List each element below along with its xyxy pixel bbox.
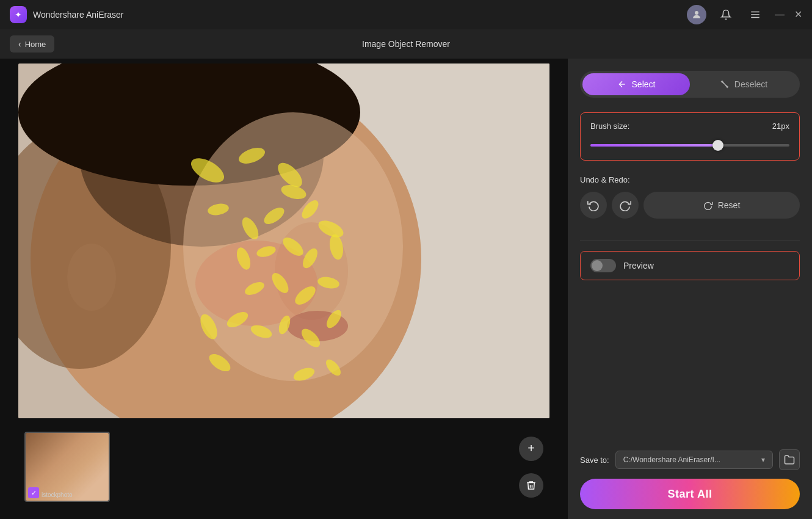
brush-size-section: Brush size: 21px (580, 112, 800, 161)
close-button[interactable]: ✕ (794, 10, 802, 20)
minimize-button[interactable]: — (775, 10, 785, 20)
notification-icon[interactable] (716, 5, 736, 24)
add-file-button[interactable]: + (519, 437, 543, 461)
start-all-button[interactable]: Start All (580, 479, 800, 509)
undo-redo-section: Undo & Redo: Reset (580, 175, 800, 219)
titlebar-right: — ✕ (687, 5, 802, 24)
select-deselect-toggle: Select Deselect (580, 71, 800, 98)
save-section: Save to: C:/Wondershare AniEraser/I... ▾ (580, 449, 800, 470)
delete-file-button[interactable] (519, 473, 543, 498)
preview-section: Preview (580, 251, 800, 280)
titlebar: ✦ Wondershare AniEraser — ✕ (0, 0, 812, 29)
undo-button[interactable] (580, 192, 607, 219)
slider-track (590, 144, 789, 147)
thumbnail-strip: ✓ istockphoto + (18, 419, 549, 514)
strip-actions: + (519, 437, 543, 498)
divider (580, 241, 800, 241)
save-path-text: C:/Wondershare AniEraser/I... (623, 455, 720, 464)
thumbnail-check: ✓ (28, 487, 39, 498)
brush-size-value: 21px (772, 122, 789, 131)
select-button[interactable]: Select (582, 73, 690, 95)
save-to-label: Save to: (580, 455, 609, 465)
reset-button[interactable]: Reset (643, 192, 800, 219)
preview-toggle[interactable] (590, 259, 616, 272)
toggle-knob (592, 260, 603, 271)
avatar-icon[interactable] (687, 5, 706, 24)
save-path-dropdown[interactable]: C:/Wondershare AniEraser/I... ▾ (615, 451, 773, 469)
undo-redo-label: Undo & Redo: (580, 175, 800, 184)
brush-size-label: Brush size: (590, 122, 629, 131)
window-controls: — ✕ (775, 10, 802, 20)
app-logo: ✦ (10, 6, 27, 23)
home-label: Home (25, 40, 46, 49)
face-image (18, 64, 549, 418)
thumbnail-item[interactable]: ✓ istockphoto (24, 432, 110, 502)
slider-fill (590, 144, 718, 147)
preview-label: Preview (623, 261, 654, 270)
thumbnail-name: istockphoto (42, 492, 73, 498)
main-content: ✓ istockphoto + Select (0, 59, 812, 519)
back-icon: ‹ (18, 39, 21, 49)
right-panel: Select Deselect Brush size: 21px (568, 59, 812, 519)
menu-icon[interactable] (745, 5, 765, 24)
svg-point-0 (695, 11, 698, 15)
browse-folder-button[interactable] (779, 449, 800, 470)
svg-point-13 (195, 241, 317, 326)
deselect-label: Deselect (734, 79, 767, 89)
reset-label: Reset (718, 200, 741, 210)
redo-button[interactable] (612, 192, 639, 219)
deselect-button[interactable]: Deselect (690, 73, 797, 95)
image-container[interactable] (18, 64, 549, 418)
app-title: Wondershare AniEraser (33, 10, 123, 20)
titlebar-left: ✦ Wondershare AniEraser (10, 6, 123, 23)
dropdown-icon: ▾ (761, 455, 765, 464)
brush-slider-container[interactable] (590, 139, 789, 151)
select-label: Select (632, 79, 656, 89)
spacer (580, 295, 800, 449)
navbar: ‹ Home Image Object Remover (0, 29, 812, 59)
home-button[interactable]: ‹ Home (10, 35, 54, 53)
canvas-area: ✓ istockphoto + (0, 59, 568, 519)
slider-thumb[interactable] (712, 140, 723, 151)
svg-point-14 (67, 244, 116, 311)
nav-title: Image Object Remover (362, 39, 450, 49)
